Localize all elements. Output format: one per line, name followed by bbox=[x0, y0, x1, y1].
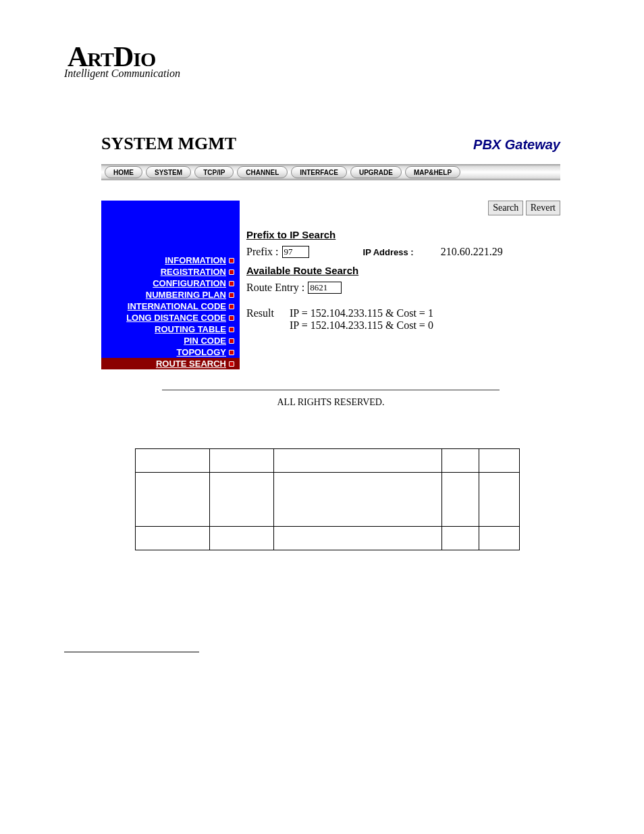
bullet-icon bbox=[229, 315, 234, 321]
bullet-icon bbox=[229, 327, 234, 332]
route-entry-label: Route Entry : bbox=[246, 282, 304, 294]
bullet-icon bbox=[229, 338, 234, 344]
sidebar-item-configuration[interactable]: CONFIGURATION bbox=[101, 278, 240, 289]
result-values: IP = 152.104.233.115 & Cost = 1 IP = 152… bbox=[290, 307, 433, 332]
main-content: Search Revert Prefix to IP Search Prefix… bbox=[240, 201, 560, 369]
ip-address-label: IP Address : bbox=[363, 247, 414, 257]
product-name: PBX Gateway bbox=[473, 137, 560, 153]
revert-button[interactable]: Revert bbox=[526, 201, 560, 215]
bottom-line bbox=[64, 652, 199, 652]
sidebar-item-international-code[interactable]: INTERNATIONAL CODE bbox=[101, 301, 240, 312]
ip-address-value: 210.60.221.29 bbox=[441, 246, 503, 258]
nav-channel[interactable]: CHANNEL bbox=[237, 166, 288, 178]
sidebar-item-information[interactable]: INFORMATION bbox=[101, 255, 240, 266]
sidebar-item-routing-table[interactable]: ROUTING TABLE bbox=[101, 323, 240, 335]
sidebar-item-topology[interactable]: TOPOLOGY bbox=[101, 346, 240, 358]
bullet-icon bbox=[229, 258, 234, 263]
nav-system[interactable]: SYSTEM bbox=[146, 166, 191, 178]
prefix-search-title: Prefix to IP Search bbox=[246, 229, 560, 240]
main-nav: HOME SYSTEM TCP/IP CHANNEL INTERFACE UPG… bbox=[101, 164, 560, 180]
logo: ARTDIO Intelligent Communication bbox=[0, 0, 644, 80]
bullet-icon bbox=[229, 269, 234, 275]
footer-text: ALL RIGHTS RESERVED. bbox=[101, 397, 560, 408]
sidebar-item-long-distance-code[interactable]: LONG DISTANCE CODE bbox=[101, 312, 240, 323]
bullet-icon bbox=[229, 292, 234, 298]
footer-divider bbox=[162, 390, 500, 390]
nav-home[interactable]: HOME bbox=[105, 166, 142, 178]
search-button[interactable]: Search bbox=[488, 201, 523, 215]
nav-tcpip[interactable]: TCP/IP bbox=[194, 166, 234, 178]
page-title: SYSTEM MGMT bbox=[101, 134, 236, 154]
logo-tagline: Intelligent Communication bbox=[64, 68, 644, 80]
bullet-icon bbox=[229, 361, 234, 367]
sidebar-item-registration[interactable]: REGISTRATION bbox=[101, 266, 240, 278]
result-label: Result bbox=[246, 307, 287, 319]
route-entry-input[interactable] bbox=[308, 282, 342, 294]
sidebar-item-route-search[interactable]: ROUTE SEARCH bbox=[101, 358, 240, 369]
empty-table bbox=[135, 448, 520, 550]
sidebar: INFORMATION REGISTRATION CONFIGURATION N… bbox=[101, 201, 240, 369]
route-search-title: Available Route Search bbox=[246, 265, 560, 276]
sidebar-item-numbering-plan[interactable]: NUMBERING PLAN bbox=[101, 289, 240, 301]
nav-upgrade[interactable]: UPGRADE bbox=[350, 166, 402, 178]
bullet-icon bbox=[229, 350, 234, 355]
bullet-icon bbox=[229, 304, 234, 309]
bullet-icon bbox=[229, 281, 234, 286]
sidebar-item-pin-code[interactable]: PIN CODE bbox=[101, 335, 240, 346]
nav-maphelp[interactable]: MAP&HELP bbox=[405, 166, 460, 178]
prefix-label: Prefix : bbox=[246, 246, 279, 258]
prefix-input[interactable] bbox=[282, 246, 309, 258]
nav-interface[interactable]: INTERFACE bbox=[291, 166, 347, 178]
